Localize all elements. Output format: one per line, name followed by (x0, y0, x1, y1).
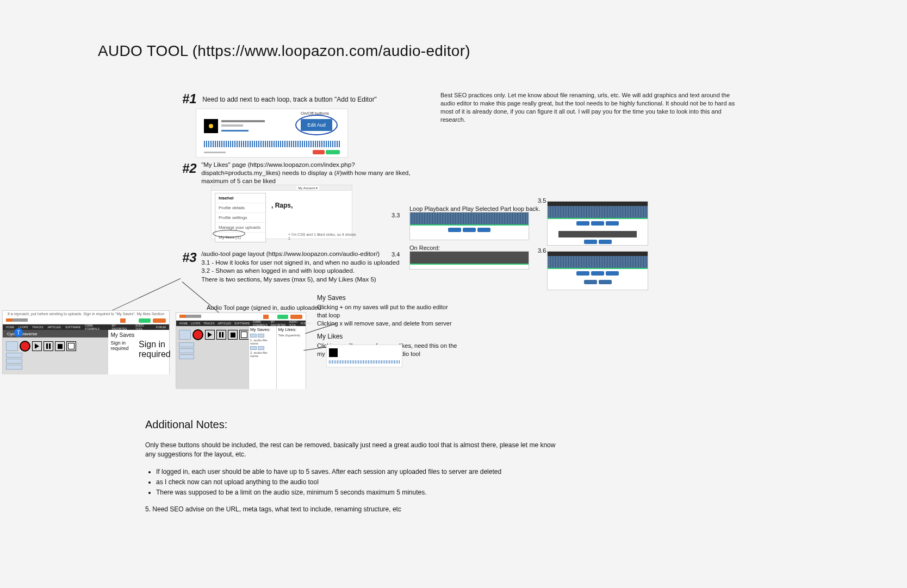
menu-item-profile-details[interactable]: Profile details (215, 203, 265, 213)
document-page: AUDO TOOL (https://www.loopazon.com/audi… (0, 0, 907, 588)
panel-button[interactable] (477, 228, 490, 232)
nav-item[interactable]: FORUM (156, 326, 166, 329)
section-2-mockup: My Account ▾ hisehel Profile details Pro… (211, 185, 352, 239)
panel-button[interactable] (576, 221, 589, 226)
nav-item[interactable]: ARTICLES (218, 322, 231, 325)
record-button[interactable] (192, 329, 203, 340)
seo-note: Best SEO practices only. Let me know abo… (440, 91, 745, 123)
panel-button[interactable] (584, 280, 597, 284)
nav-item[interactable]: HOME (179, 322, 188, 325)
section-1-num: #1 (182, 91, 197, 107)
bottom-row (204, 149, 340, 155)
play-icon[interactable] (205, 330, 215, 340)
my-likes-preview (326, 345, 402, 367)
pause-icon[interactable] (44, 341, 53, 351)
my-likes-heading: My Likes: (277, 326, 306, 333)
text-line (221, 130, 249, 132)
panel-button[interactable] (584, 240, 597, 244)
tool-button[interactable] (179, 348, 194, 353)
like-button[interactable] (313, 150, 325, 154)
tool-button[interactable] (6, 359, 22, 364)
section-1-mockup: On/Off buttons Edit Aud (196, 109, 348, 158)
record-track (410, 252, 529, 264)
nav-item[interactable]: TRACKS (203, 322, 214, 325)
add-icon[interactable] (250, 334, 257, 337)
tool-button[interactable] (179, 354, 194, 359)
panel-3-5 (547, 201, 648, 246)
section-2-num: #2 (182, 161, 197, 176)
label-3-3: 3.3 (392, 212, 400, 218)
panel-button[interactable] (606, 271, 619, 276)
panel-button[interactable] (463, 228, 476, 232)
register-button[interactable] (290, 315, 302, 319)
panel-button[interactable] (599, 280, 612, 284)
nav-item[interactable]: TRACKS (32, 326, 43, 329)
stop-icon[interactable] (228, 330, 238, 340)
record-button[interactable] (20, 341, 30, 352)
panel-button[interactable] (591, 221, 604, 226)
section-1-text: Need to add next to each loop, track a b… (202, 96, 377, 103)
save-icon[interactable] (66, 341, 76, 351)
signin-required: Sign in required (108, 339, 139, 351)
waveform (329, 360, 400, 364)
nav-item[interactable]: FORUM (301, 322, 310, 325)
register-button[interactable] (153, 318, 166, 323)
my-saves-heading: My Saves: (249, 326, 277, 333)
nav-item[interactable]: HOME (6, 326, 14, 329)
remove-icon[interactable] (258, 346, 264, 350)
loop-thumbnail (204, 119, 218, 133)
my-account-dropdown[interactable]: My Account ▾ (296, 186, 319, 190)
panel-button[interactable] (448, 228, 461, 232)
add-icon[interactable] (250, 346, 257, 350)
note-bullet: as I check now can not upload anything t… (156, 477, 558, 487)
login-button[interactable] (277, 315, 288, 319)
tool-button[interactable] (6, 353, 22, 358)
label-3-4: 3.4 (392, 251, 400, 258)
annotation-badge: T (14, 328, 23, 337)
caption-3-4: On Record: (409, 245, 440, 251)
panel-button[interactable] (606, 221, 619, 226)
waveform (410, 212, 529, 224)
loop-thumbnail (329, 348, 338, 357)
panel-3-6 (547, 251, 648, 290)
stop-icon[interactable] (55, 341, 65, 351)
label-3-6: 3.6 (538, 247, 546, 254)
save-icon[interactable] (239, 330, 249, 340)
tool-button[interactable] (6, 365, 22, 370)
upload-button[interactable] (179, 330, 191, 340)
my-saves-heading: My Saves (317, 293, 458, 302)
panel-button[interactable] (599, 240, 612, 244)
section-1: #1 Need to add next to each loop, track … (182, 91, 377, 107)
menu-item-profile-settings[interactable]: Profile settings (215, 213, 265, 223)
nav-item[interactable]: SOFTWARE (65, 326, 80, 329)
login-button[interactable] (139, 318, 151, 323)
pause-icon[interactable] (216, 330, 226, 340)
note-bullet: If logged in, each user should be able t… (156, 467, 558, 477)
play-icon[interactable] (32, 341, 42, 351)
text-line (221, 124, 243, 127)
nav-item[interactable]: ARTICLES (48, 326, 61, 329)
section-3: #3 /audio-tool page layout (https://www.… (182, 250, 411, 284)
upload-button[interactable] (6, 341, 18, 351)
note-bullet: There was supposed to be a limit on the … (156, 487, 558, 498)
save-filename: 1. audio-file-name (249, 338, 277, 346)
additional-notes-para: Only these buttons should be included, t… (145, 441, 558, 459)
mock-3-2-label: Audio Tool page (signed in, audio upload… (207, 304, 321, 311)
download-button[interactable] (326, 150, 340, 154)
nav-item[interactable]: LOOPS (191, 322, 200, 325)
save-row (249, 333, 277, 338)
my-saves-heading: My Saves (108, 330, 139, 339)
text-line (221, 120, 265, 122)
panel-button[interactable] (591, 271, 604, 276)
highlight-oval (213, 230, 245, 237)
remove-icon[interactable] (258, 334, 264, 337)
panel-button[interactable] (576, 271, 589, 276)
waveform (548, 256, 648, 268)
search-button[interactable] (120, 318, 126, 323)
tool-button[interactable] (179, 342, 194, 347)
waveform (548, 206, 648, 218)
like-title[interactable]: Title (hyperlink) (277, 333, 306, 337)
save-row (249, 346, 277, 351)
search-button[interactable] (263, 315, 269, 319)
nav-item[interactable]: SOFTWARE (234, 322, 250, 325)
